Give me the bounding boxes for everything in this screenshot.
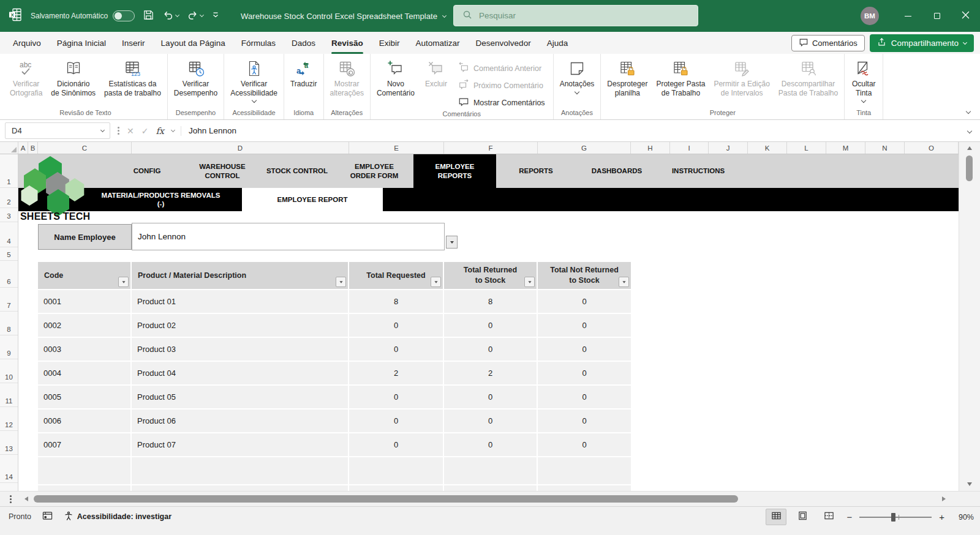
table-header-total-returned[interactable]: Total Returned to Stock: [444, 262, 537, 289]
cell-total-requested[interactable]: 0: [349, 338, 443, 361]
cell-total-not-returned[interactable]: 0: [538, 290, 631, 313]
cell-description[interactable]: Product 03: [132, 338, 348, 361]
sheet-nav-tab[interactable]: DASHBOARDS: [579, 154, 654, 188]
sheet-nav-tab[interactable]: CONFIG: [104, 154, 190, 188]
filter-button[interactable]: [336, 277, 346, 287]
undo-button[interactable]: [162, 9, 179, 23]
ribbon-button[interactable]: Desproteger planilha: [603, 56, 652, 99]
menu-tab[interactable]: Layout da Página: [153, 32, 233, 54]
menu-tab[interactable]: Fórmulas: [233, 32, 284, 54]
cell-total-requested[interactable]: [349, 457, 443, 484]
menu-tab[interactable]: Arquivo: [5, 32, 49, 54]
search-box[interactable]: [453, 5, 698, 26]
column-header[interactable]: J: [709, 142, 748, 154]
cell-total-returned[interactable]: 2: [444, 362, 537, 384]
comments-button[interactable]: Comentários: [791, 35, 865, 51]
close-button[interactable]: [951, 0, 980, 32]
cell-total-returned[interactable]: 0: [444, 338, 537, 361]
insert-function-button[interactable]: fx: [156, 126, 164, 136]
horizontal-scrollbar[interactable]: [0, 491, 980, 507]
sheet-sub-tab[interactable]: MATERIAL/PRODUCTS REMOVALS (-): [80, 188, 242, 211]
cell-code[interactable]: 0006: [38, 410, 130, 432]
column-header[interactable]: A: [18, 142, 28, 154]
cancel-button[interactable]: ✕: [127, 126, 134, 136]
menu-tab[interactable]: Página Inicial: [49, 32, 114, 54]
menu-tab[interactable]: Revisão: [323, 32, 371, 54]
column-header[interactable]: I: [670, 142, 709, 154]
ribbon-button[interactable]: Permitir a Edição de Intervalos: [709, 56, 774, 99]
name-employee-value-cell[interactable]: John Lennon: [132, 223, 445, 250]
column-header[interactable]: L: [787, 142, 826, 154]
column-header[interactable]: E: [349, 142, 444, 154]
sheet-nav-tab[interactable]: INSTRUCTIONS: [661, 154, 736, 188]
zoom-slider[interactable]: [859, 517, 932, 518]
cell-description[interactable]: Product 07: [132, 433, 348, 456]
scroll-left-arrow-icon[interactable]: [24, 496, 28, 501]
ribbon-button[interactable]: 123Estatísticas da pasta de trabalho: [100, 56, 165, 99]
menu-tab[interactable]: Ajuda: [539, 32, 576, 54]
cell-total-returned[interactable]: [444, 457, 537, 484]
cell-code[interactable]: 0003: [38, 338, 130, 361]
ribbon-button[interactable]: Dicionário de Sinônimos: [47, 56, 100, 99]
filter-button[interactable]: [619, 277, 629, 287]
maximize-button[interactable]: [922, 0, 951, 32]
cell-code[interactable]: 0005: [38, 386, 130, 408]
table-header-description[interactable]: Product / Material Description: [132, 262, 348, 289]
column-header[interactable]: G: [538, 142, 631, 154]
menu-tab[interactable]: Desenvolvedor: [468, 32, 539, 54]
zoom-in-button[interactable]: +: [937, 512, 946, 522]
ribbon-button[interactable]: Excluir: [419, 56, 453, 90]
sheet-nav-tab[interactable]: STOCK CONTROL: [257, 154, 337, 188]
cell-total-requested[interactable]: 2: [349, 362, 443, 384]
scroll-right-arrow-icon[interactable]: [942, 496, 946, 501]
cell-description[interactable]: [132, 457, 348, 484]
cell-total-requested[interactable]: 0: [349, 314, 443, 337]
cell-code[interactable]: 0001: [38, 290, 130, 313]
autosave-toggle[interactable]: [113, 10, 135, 21]
zoom-out-button[interactable]: −: [845, 512, 854, 522]
ribbon-button[interactable]: aãTraduzir: [286, 56, 322, 90]
cell-code[interactable]: 0004: [38, 362, 130, 384]
vertical-scroll-thumb[interactable]: [966, 155, 973, 181]
cell-description[interactable]: Product 04: [132, 362, 348, 384]
page-break-view-button[interactable]: [818, 509, 839, 525]
macro-record-button[interactable]: [42, 511, 53, 523]
share-button[interactable]: Compartilhamento: [870, 34, 974, 52]
table-header-code[interactable]: Code: [38, 262, 130, 289]
scroll-up-arrow-icon[interactable]: [967, 146, 972, 150]
cell-description[interactable]: Product 05: [132, 386, 348, 408]
cell-code[interactable]: 0002: [38, 314, 130, 337]
ribbon-button[interactable]: Mostrar alterações: [326, 56, 368, 99]
quick-access-menu-button[interactable]: [211, 10, 220, 21]
zoom-level[interactable]: 90%: [952, 513, 974, 522]
column-header[interactable]: C: [38, 142, 132, 154]
zoom-slider-thumb[interactable]: [891, 513, 895, 522]
employee-dropdown-button[interactable]: [446, 236, 458, 249]
sheet-sub-tab[interactable]: EMPLOYEE REPORT: [242, 188, 383, 211]
column-header[interactable]: B: [28, 142, 38, 154]
cell-total-returned[interactable]: 0: [444, 433, 537, 456]
cell-total-not-returned[interactable]: 0: [538, 410, 631, 432]
filter-button[interactable]: [118, 277, 129, 287]
cell-total-returned[interactable]: 8: [444, 290, 537, 313]
document-title-button[interactable]: Warehouse Stock Control Excel Spreadshee…: [241, 0, 446, 32]
cell-total-requested[interactable]: 0: [349, 433, 443, 456]
formula-input[interactable]: John Lennon: [181, 126, 980, 135]
collapse-ribbon-chevron-icon[interactable]: [966, 109, 971, 114]
avatar[interactable]: BM: [861, 7, 879, 25]
save-button[interactable]: [143, 9, 154, 23]
ribbon-button[interactable]: Proteger Pasta de Trabalho: [652, 56, 709, 99]
cell-total-not-returned[interactable]: 0: [538, 386, 631, 408]
cell-description[interactable]: Product 02: [132, 314, 348, 337]
ribbon-button[interactable]: abcVerificar Ortografia: [6, 56, 47, 99]
table-header-total-not-returned[interactable]: Total Not Returned to Stock: [538, 262, 631, 289]
column-header[interactable]: H: [631, 142, 670, 154]
menu-tab[interactable]: Automatizar: [408, 32, 468, 54]
scroll-down-arrow-icon[interactable]: [967, 482, 972, 486]
cell-total-not-returned[interactable]: 0: [538, 314, 631, 337]
cell-description[interactable]: Product 01: [132, 290, 348, 313]
menu-tab[interactable]: Exibir: [371, 32, 408, 54]
table-header-total-requested[interactable]: Total Requested: [349, 262, 443, 289]
ribbon-button[interactable]: Descompartilhar Pasta de Trabalho: [774, 56, 842, 99]
cell-code[interactable]: 0007: [38, 433, 130, 456]
